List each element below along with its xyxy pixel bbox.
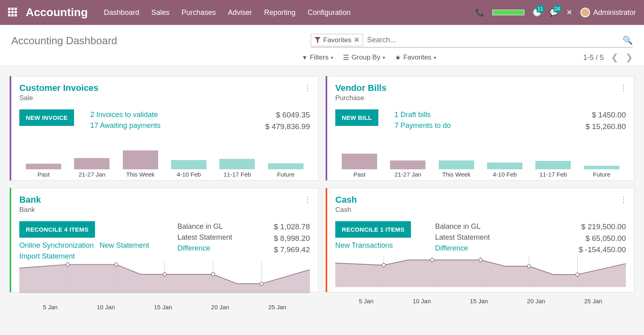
- reconcile-bank-button[interactable]: RECONCILE 4 ITEMS: [19, 221, 95, 238]
- cash-area-chart: 5 Jan10 Jan15 Jan20 Jan25 Jan: [335, 256, 626, 296]
- menu-sales[interactable]: Sales: [151, 8, 169, 17]
- trial-progress[interactable]: [492, 10, 524, 15]
- close-icon[interactable]: ✕: [566, 8, 572, 17]
- pager-prev[interactable]: ❮: [611, 52, 618, 63]
- card-vendor-bills: ⋮ Vendor Bills Purchase NEW BILL 1 Draft…: [326, 76, 634, 181]
- new-bill-button[interactable]: NEW BILL: [335, 109, 378, 126]
- svg-point-7: [163, 273, 166, 276]
- filters-dropdown[interactable]: ▼Filters▾: [302, 53, 333, 62]
- activities-badge: 11: [536, 5, 545, 13]
- menu-adviser[interactable]: Adviser: [228, 8, 252, 17]
- svg-point-19: [576, 273, 579, 276]
- value-balance-gl: $ 219,500.00: [557, 221, 626, 233]
- pager-value: 1-5 / 5: [583, 53, 604, 62]
- svg-point-16: [431, 258, 434, 261]
- card-menu-icon[interactable]: ⋮: [303, 83, 312, 92]
- facet-remove-icon[interactable]: ✕: [354, 36, 359, 44]
- amount-validate: $ 6049.35: [242, 109, 310, 121]
- label-difference[interactable]: Difference: [435, 243, 557, 254]
- svg-point-17: [479, 258, 482, 261]
- amount-draft: $ 1450.00: [557, 109, 626, 121]
- search-input[interactable]: [363, 34, 623, 46]
- bank-area-chart: 5 Jan10 Jan15 Jan20 Jan25 Jan: [19, 262, 310, 302]
- value-latest-stmt: $ 65,050.00: [557, 233, 626, 245]
- link-import-statement[interactable]: Import Statement: [19, 252, 75, 260]
- card-menu-icon[interactable]: ⋮: [619, 195, 627, 204]
- apps-icon[interactable]: [8, 8, 18, 17]
- user-name: Administrator: [593, 8, 636, 17]
- groupby-dropdown[interactable]: ☰Group By▾: [343, 53, 385, 62]
- link-draft-bills[interactable]: 1 Draft bills: [394, 109, 557, 120]
- link-online-sync[interactable]: Online Synchronization: [19, 241, 94, 249]
- card-bank: ⋮ Bank Bank RECONCILE 4 ITEMS Online Syn…: [10, 188, 318, 292]
- dashboard-cards: ⋮ Customer Invoices Sale NEW INVOICE 2 I…: [0, 66, 644, 302]
- amount-payments: $ 15,260.80: [557, 121, 626, 133]
- menu-dashboard[interactable]: Dashboard: [104, 8, 139, 17]
- label-balance-gl: Balance in GL: [435, 221, 557, 232]
- card-subtitle: Sale: [19, 94, 310, 102]
- user-menu[interactable]: Administrator: [580, 8, 636, 17]
- header-right: 📞 🕑11 💬24 ✕ Administrator: [475, 8, 636, 17]
- control-panel: Accounting Dashboard Favorites ✕ 🔍 ▼Filt…: [0, 25, 644, 66]
- bills-bar-chart: Past21-27 JanThis Week4-10 Feb11-17 FebF…: [335, 150, 626, 180]
- link-new-transactions[interactable]: New Transactions: [335, 241, 393, 249]
- card-menu-icon[interactable]: ⋮: [619, 83, 627, 92]
- top-navbar: Accounting Dashboard Sales Purchases Adv…: [0, 0, 644, 25]
- menu-reporting[interactable]: Reporting: [264, 8, 295, 17]
- new-invoice-button[interactable]: NEW INVOICE: [19, 109, 74, 126]
- invoices-bar-chart: Past21-27 JanThis Week4-10 Feb11-17 FebF…: [19, 150, 310, 180]
- link-invoices-validate[interactable]: 2 Invoices to validate: [90, 109, 242, 120]
- card-subtitle: Purchase: [335, 94, 626, 102]
- menu-configuration[interactable]: Configuration: [308, 8, 351, 17]
- label-balance-gl: Balance in GL: [178, 221, 242, 232]
- page-title: Accounting Dashboard: [11, 35, 117, 47]
- menu-purchases[interactable]: Purchases: [182, 8, 216, 17]
- card-title[interactable]: Vendor Bills: [335, 83, 626, 93]
- facet-label: Favorites: [323, 36, 351, 44]
- favorites-dropdown[interactable]: ★Favorites▾: [395, 53, 436, 62]
- value-latest-stmt: $ 8,998.20: [242, 233, 310, 245]
- search-icon[interactable]: 🔍: [623, 35, 633, 45]
- messages-icon[interactable]: 💬24: [549, 8, 558, 17]
- search-bar: Favorites ✕ 🔍: [311, 34, 633, 47]
- reconcile-cash-button[interactable]: RECONCILE 1 ITEMS: [335, 221, 411, 238]
- card-title[interactable]: Bank: [19, 195, 310, 205]
- svg-point-5: [66, 263, 69, 266]
- value-balance-gl: $ 1,028.78: [242, 221, 310, 233]
- pager-next[interactable]: ❯: [625, 52, 633, 63]
- card-subtitle: Bank: [19, 206, 310, 214]
- search-facet-favorites[interactable]: Favorites ✕: [311, 34, 363, 46]
- svg-point-8: [211, 273, 215, 276]
- phone-icon[interactable]: 📞: [475, 8, 484, 17]
- card-title[interactable]: Cash: [335, 195, 626, 205]
- main-menu: Dashboard Sales Purchases Adviser Report…: [104, 8, 475, 17]
- svg-point-15: [382, 263, 385, 267]
- value-difference: $ -154,450.00: [557, 244, 626, 256]
- link-awaiting-payments[interactable]: 17 Awaiting payments: [90, 120, 242, 131]
- card-subtitle: Cash: [335, 206, 626, 214]
- card-customer-invoices: ⋮ Customer Invoices Sale NEW INVOICE 2 I…: [10, 76, 318, 181]
- activities-icon[interactable]: 🕑11: [533, 8, 541, 17]
- filter-icon: [314, 37, 321, 43]
- link-payments-todo[interactable]: 7 Payments to do: [394, 120, 557, 131]
- amount-awaiting: $ 479,836.99: [242, 121, 310, 133]
- svg-point-18: [527, 264, 530, 268]
- value-difference: $ 7,969.42: [242, 244, 310, 256]
- svg-point-6: [115, 263, 118, 266]
- svg-point-9: [260, 282, 263, 286]
- card-cash: ⋮ Cash Cash RECONCILE 1 ITEMS New Transa…: [326, 188, 634, 292]
- card-menu-icon[interactable]: ⋮: [303, 195, 312, 204]
- label-latest-stmt: Latest Statement: [178, 232, 242, 243]
- card-title[interactable]: Customer Invoices: [19, 83, 310, 93]
- link-new-statement[interactable]: New Statement: [100, 241, 149, 249]
- messages-badge: 24: [553, 5, 561, 13]
- label-difference[interactable]: Difference: [178, 243, 242, 254]
- pager: 1-5 / 5 ❮ ❯: [583, 52, 633, 63]
- label-latest-stmt: Latest Statement: [435, 232, 557, 243]
- avatar: [580, 8, 590, 17]
- app-title: Accounting: [26, 6, 88, 19]
